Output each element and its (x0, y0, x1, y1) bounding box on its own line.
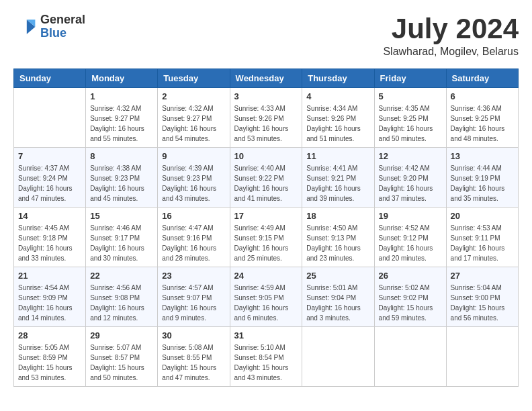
month-title: July 2024 (383, 13, 519, 44)
cell-sun-info: Sunrise: 4:36 AMSunset: 9:25 PMDaylight:… (451, 103, 514, 144)
cell-sun-info: Sunrise: 4:57 AMSunset: 9:07 PMDaylight:… (162, 283, 225, 323)
title-block: July 2024 Slawharad, Mogilev, Belarus (383, 13, 519, 58)
calendar-cell (302, 327, 374, 387)
cell-sun-info: Sunrise: 4:54 AMSunset: 9:09 PMDaylight:… (18, 283, 81, 323)
calendar-cell: 1Sunrise: 4:32 AMSunset: 9:27 PMDaylight… (86, 88, 158, 148)
page-header: General Blue July 2024 Slawharad, Mogile… (13, 13, 519, 58)
calendar-header-row: SundayMondayTuesdayWednesdayThursdayFrid… (14, 69, 519, 88)
cell-sun-info: Sunrise: 4:32 AMSunset: 9:27 PMDaylight:… (162, 103, 225, 144)
calendar-cell: 28Sunrise: 5:05 AMSunset: 8:59 PMDayligh… (14, 327, 86, 387)
cell-sun-info: Sunrise: 4:52 AMSunset: 9:12 PMDaylight:… (379, 223, 442, 263)
col-header-tuesday: Tuesday (158, 69, 230, 88)
calendar-week-row: 7Sunrise: 4:37 AMSunset: 9:24 PMDaylight… (14, 148, 519, 208)
cell-day-number: 30 (162, 330, 225, 340)
logo-text: General Blue (40, 13, 85, 40)
cell-sun-info: Sunrise: 4:42 AMSunset: 9:20 PMDaylight:… (379, 163, 442, 203)
cell-day-number: 8 (90, 151, 153, 161)
cell-day-number: 18 (306, 211, 369, 221)
cell-sun-info: Sunrise: 4:53 AMSunset: 9:11 PMDaylight:… (451, 223, 514, 263)
calendar-cell (374, 327, 446, 387)
calendar-cell: 4Sunrise: 4:34 AMSunset: 9:26 PMDaylight… (302, 88, 374, 148)
calendar-cell: 13Sunrise: 4:44 AMSunset: 9:19 PMDayligh… (446, 148, 518, 208)
cell-day-number: 3 (234, 91, 298, 101)
cell-day-number: 10 (234, 151, 298, 161)
cell-day-number: 12 (379, 151, 442, 161)
calendar-cell: 27Sunrise: 5:04 AMSunset: 9:00 PMDayligh… (446, 267, 518, 327)
calendar-cell: 16Sunrise: 4:47 AMSunset: 9:16 PMDayligh… (158, 208, 230, 267)
cell-sun-info: Sunrise: 4:35 AMSunset: 9:25 PMDaylight:… (379, 103, 442, 144)
cell-sun-info: Sunrise: 5:08 AMSunset: 8:55 PMDaylight:… (162, 342, 225, 383)
cell-day-number: 29 (90, 330, 153, 340)
cell-sun-info: Sunrise: 5:10 AMSunset: 8:54 PMDaylight:… (234, 342, 298, 383)
calendar-cell: 5Sunrise: 4:35 AMSunset: 9:25 PMDaylight… (374, 88, 446, 148)
cell-day-number: 14 (18, 211, 81, 221)
cell-day-number: 1 (90, 91, 153, 101)
calendar-cell: 8Sunrise: 4:38 AMSunset: 9:23 PMDaylight… (86, 148, 158, 208)
logo: General Blue (13, 13, 85, 40)
cell-day-number: 4 (306, 91, 369, 101)
cell-day-number: 28 (18, 330, 81, 340)
calendar-week-row: 28Sunrise: 5:05 AMSunset: 8:59 PMDayligh… (14, 327, 519, 387)
calendar-cell: 12Sunrise: 4:42 AMSunset: 9:20 PMDayligh… (374, 148, 446, 208)
cell-day-number: 7 (18, 151, 81, 161)
cell-day-number: 6 (451, 91, 514, 101)
cell-day-number: 19 (379, 211, 442, 221)
calendar-cell: 14Sunrise: 4:45 AMSunset: 9:18 PMDayligh… (14, 208, 86, 267)
cell-day-number: 23 (162, 271, 225, 281)
calendar-cell: 24Sunrise: 4:59 AMSunset: 9:05 PMDayligh… (230, 267, 302, 327)
cell-day-number: 2 (162, 91, 225, 101)
logo-icon (13, 15, 38, 39)
calendar-cell: 29Sunrise: 5:07 AMSunset: 8:57 PMDayligh… (86, 327, 158, 387)
cell-sun-info: Sunrise: 5:02 AMSunset: 9:02 PMDaylight:… (379, 283, 442, 323)
cell-day-number: 27 (451, 271, 514, 281)
cell-day-number: 9 (162, 151, 225, 161)
cell-sun-info: Sunrise: 4:34 AMSunset: 9:26 PMDaylight:… (306, 103, 369, 144)
cell-day-number: 22 (90, 271, 153, 281)
cell-sun-info: Sunrise: 4:59 AMSunset: 9:05 PMDaylight:… (234, 283, 298, 323)
cell-sun-info: Sunrise: 5:07 AMSunset: 8:57 PMDaylight:… (90, 342, 153, 383)
cell-sun-info: Sunrise: 4:46 AMSunset: 9:17 PMDaylight:… (90, 223, 153, 263)
calendar-cell: 3Sunrise: 4:33 AMSunset: 9:26 PMDaylight… (230, 88, 302, 148)
col-header-saturday: Saturday (446, 69, 518, 88)
cell-day-number: 13 (451, 151, 514, 161)
cell-sun-info: Sunrise: 4:56 AMSunset: 9:08 PMDaylight:… (90, 283, 153, 323)
cell-day-number: 24 (234, 271, 298, 281)
cell-day-number: 21 (18, 271, 81, 281)
calendar-table: SundayMondayTuesdayWednesdayThursdayFrid… (13, 68, 519, 387)
col-header-wednesday: Wednesday (230, 69, 302, 88)
calendar-cell: 21Sunrise: 4:54 AMSunset: 9:09 PMDayligh… (14, 267, 86, 327)
calendar-cell: 6Sunrise: 4:36 AMSunset: 9:25 PMDaylight… (446, 88, 518, 148)
cell-day-number: 26 (379, 271, 442, 281)
cell-sun-info: Sunrise: 4:50 AMSunset: 9:13 PMDaylight:… (306, 223, 369, 263)
calendar-cell: 30Sunrise: 5:08 AMSunset: 8:55 PMDayligh… (158, 327, 230, 387)
cell-sun-info: Sunrise: 4:45 AMSunset: 9:18 PMDaylight:… (18, 223, 81, 263)
cell-day-number: 31 (234, 330, 298, 340)
calendar-week-row: 1Sunrise: 4:32 AMSunset: 9:27 PMDaylight… (14, 88, 519, 148)
col-header-thursday: Thursday (302, 69, 374, 88)
calendar-cell: 17Sunrise: 4:49 AMSunset: 9:15 PMDayligh… (230, 208, 302, 267)
calendar-cell (14, 88, 86, 148)
cell-day-number: 25 (306, 271, 369, 281)
calendar-cell: 25Sunrise: 5:01 AMSunset: 9:04 PMDayligh… (302, 267, 374, 327)
calendar-week-row: 14Sunrise: 4:45 AMSunset: 9:18 PMDayligh… (14, 208, 519, 267)
cell-sun-info: Sunrise: 4:39 AMSunset: 9:23 PMDaylight:… (162, 163, 225, 203)
cell-sun-info: Sunrise: 4:32 AMSunset: 9:27 PMDaylight:… (90, 103, 153, 144)
cell-sun-info: Sunrise: 4:40 AMSunset: 9:22 PMDaylight:… (234, 163, 298, 203)
calendar-cell: 23Sunrise: 4:57 AMSunset: 9:07 PMDayligh… (158, 267, 230, 327)
cell-sun-info: Sunrise: 4:49 AMSunset: 9:15 PMDaylight:… (234, 223, 298, 263)
calendar-cell: 19Sunrise: 4:52 AMSunset: 9:12 PMDayligh… (374, 208, 446, 267)
calendar-cell (446, 327, 518, 387)
calendar-cell: 9Sunrise: 4:39 AMSunset: 9:23 PMDaylight… (158, 148, 230, 208)
cell-day-number: 20 (451, 211, 514, 221)
calendar-cell: 22Sunrise: 4:56 AMSunset: 9:08 PMDayligh… (86, 267, 158, 327)
cell-sun-info: Sunrise: 5:04 AMSunset: 9:00 PMDaylight:… (451, 283, 514, 323)
col-header-monday: Monday (86, 69, 158, 88)
col-header-sunday: Sunday (14, 69, 86, 88)
calendar-cell: 11Sunrise: 4:41 AMSunset: 9:21 PMDayligh… (302, 148, 374, 208)
calendar-cell: 26Sunrise: 5:02 AMSunset: 9:02 PMDayligh… (374, 267, 446, 327)
calendar-cell: 7Sunrise: 4:37 AMSunset: 9:24 PMDaylight… (14, 148, 86, 208)
cell-day-number: 16 (162, 211, 225, 221)
calendar-cell: 10Sunrise: 4:40 AMSunset: 9:22 PMDayligh… (230, 148, 302, 208)
cell-sun-info: Sunrise: 5:05 AMSunset: 8:59 PMDaylight:… (18, 342, 81, 383)
col-header-friday: Friday (374, 69, 446, 88)
